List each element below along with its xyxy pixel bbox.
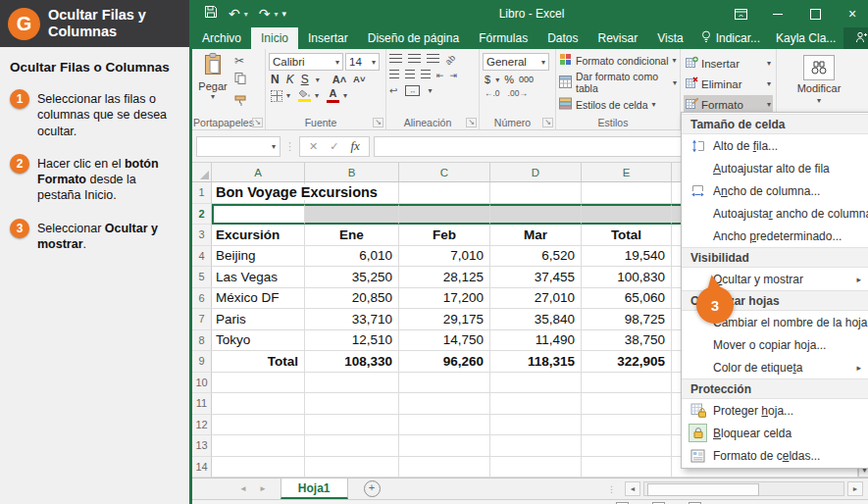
row-header-11[interactable]: 11 <box>192 393 212 415</box>
cell-A2[interactable] <box>212 204 305 226</box>
row-header-2[interactable]: 2 <box>192 204 212 226</box>
cell-C12[interactable] <box>399 415 490 436</box>
cell-E12[interactable] <box>582 415 672 436</box>
name-box[interactable]: ▾ <box>196 136 281 157</box>
cell-B4[interactable]: 6,010 <box>305 246 399 268</box>
column-header-B[interactable]: B <box>305 163 399 181</box>
cancel-formula-icon[interactable]: ✕ <box>309 140 318 153</box>
increase-decimal-icon[interactable]: ←.0 <box>485 88 500 98</box>
cell-styles-button[interactable]: Estilos de celda▾ <box>559 97 677 112</box>
cell-A8[interactable]: Tokyo <box>212 330 305 352</box>
cell-C6[interactable]: 17,200 <box>399 288 490 310</box>
cell-B9[interactable]: 108,330 <box>305 351 399 373</box>
menu-item[interactable]: Autoajustar ancho de columna <box>682 202 868 225</box>
cell-E14[interactable] <box>582 457 672 479</box>
modificar-button[interactable]: Modificar ▾ <box>780 53 858 105</box>
insert-cells-button[interactable]: Insertar▾ <box>684 54 773 73</box>
cell-B8[interactable]: 12,510 <box>305 330 399 352</box>
cell-A7[interactable]: Paris <box>212 309 305 330</box>
account-name[interactable]: Kayla Cla... <box>768 27 843 49</box>
row-header-7[interactable]: 7 <box>192 309 212 330</box>
tab-diseno-de-pagina[interactable]: Diseño de página <box>358 27 469 49</box>
percent-format-button[interactable]: % <box>504 74 514 85</box>
menu-item[interactable]: Mover o copiar hoja... <box>682 333 868 356</box>
customize-qat-icon[interactable]: ▾ <box>282 9 287 19</box>
currency-dropdown-icon[interactable]: ▾ <box>495 76 499 84</box>
underline-dropdown-icon[interactable]: ▾ <box>316 76 320 84</box>
delete-dropdown-icon[interactable]: ▾ <box>767 79 771 88</box>
row-header-9[interactable]: 9 <box>192 351 212 373</box>
tab-datos[interactable]: Datos <box>537 27 587 49</box>
cell-A1[interactable]: Bon Voyage Excursions <box>212 182 305 204</box>
column-header-D[interactable]: D <box>490 163 582 181</box>
cell-A11[interactable] <box>212 393 305 415</box>
cell-B10[interactable] <box>305 373 399 394</box>
cell-D14[interactable] <box>490 457 582 479</box>
row-header-8[interactable]: 8 <box>192 330 212 352</box>
cell-A13[interactable] <box>212 435 305 457</box>
decrease-indent-icon[interactable]: ⇤ <box>436 71 444 80</box>
undo-dropdown-icon[interactable]: ▾ <box>244 10 248 19</box>
cell-B6[interactable]: 20,850 <box>305 288 399 310</box>
menu-item[interactable]: Proteger hoja... <box>682 399 868 422</box>
format-as-table-button[interactable]: Dar formato como tabla▾ <box>559 71 677 94</box>
decrease-font-size-button[interactable]: A˅ <box>353 75 365 84</box>
tab-inicio[interactable]: Inicio <box>251 27 298 49</box>
cell-B13[interactable] <box>305 435 399 457</box>
cell-D1[interactable] <box>490 182 582 204</box>
currency-format-button[interactable]: $ <box>485 74 490 85</box>
merge-dropdown-icon[interactable]: ▾ <box>428 86 432 95</box>
tab-revisar[interactable]: Revisar <box>588 27 648 49</box>
cell-D7[interactable]: 35,840 <box>490 309 582 330</box>
menu-item[interactable]: Ancho de columna... <box>682 179 868 202</box>
cell-A14[interactable] <box>212 457 305 479</box>
share-button[interactable]: Compartir <box>843 27 868 49</box>
scroll-thumb[interactable] <box>647 483 759 496</box>
scroll-left-icon[interactable]: ◄ <box>625 481 640 496</box>
new-sheet-icon[interactable]: + <box>364 480 381 497</box>
alineacion-dialog-launcher-icon[interactable]: ↘ <box>466 118 477 127</box>
insert-dropdown-icon[interactable]: ▾ <box>767 59 771 68</box>
cell-C9[interactable]: 96,260 <box>399 351 490 373</box>
fill-color-button[interactable] <box>298 89 311 102</box>
cell-C11[interactable] <box>399 393 490 415</box>
cell-B11[interactable] <box>305 393 399 415</box>
cell-A12[interactable] <box>212 415 305 436</box>
cell-B2[interactable] <box>305 204 399 226</box>
increase-font-size-button[interactable]: A˄ <box>332 75 346 85</box>
row-header-5[interactable]: 5 <box>192 267 212 288</box>
redo-icon[interactable]: ↷ <box>259 7 271 21</box>
format-dropdown-icon[interactable]: ▾ <box>767 100 771 109</box>
undo-icon[interactable]: ↶ <box>229 7 240 21</box>
tab-vista[interactable]: Vista <box>647 27 692 49</box>
tab-formulas[interactable]: Fórmulas <box>469 27 537 49</box>
align-center-icon[interactable] <box>405 70 415 80</box>
row-header-10[interactable]: 10 <box>192 373 212 394</box>
tab-insertar[interactable]: Insertar <box>298 27 358 49</box>
cell-C3[interactable]: Feb <box>399 225 490 246</box>
menu-item[interactable]: Alto de fila... <box>682 134 868 157</box>
cell-E13[interactable] <box>582 435 672 457</box>
portapapeles-dialog-launcher-icon[interactable]: ↘ <box>252 118 263 127</box>
insert-function-icon[interactable]: fx <box>350 138 359 154</box>
font-name-combo[interactable]: Calibri▾ <box>269 53 343 71</box>
save-icon[interactable] <box>204 5 218 23</box>
ribbon-display-options-icon[interactable] <box>722 0 759 27</box>
cell-D2[interactable] <box>490 204 582 226</box>
row-header-3[interactable]: 3 <box>192 225 212 246</box>
cell-E3[interactable]: Total <box>582 225 672 246</box>
cell-C5[interactable]: 28,125 <box>399 267 490 288</box>
menu-item[interactable]: Formato de celdas... <box>682 444 868 467</box>
row-header-14[interactable]: 14 <box>192 457 212 479</box>
cell-C13[interactable] <box>399 435 490 457</box>
cell-C8[interactable]: 14,750 <box>399 330 490 352</box>
cell-D11[interactable] <box>490 393 582 415</box>
cell-A6[interactable]: México DF <box>212 288 305 310</box>
modificar-dropdown-icon[interactable]: ▾ <box>817 96 821 105</box>
menu-item[interactable]: Bloquear celda <box>682 422 868 444</box>
cell-D8[interactable]: 11,490 <box>490 330 582 352</box>
cell-A3[interactable]: Excursión <box>212 225 305 246</box>
cell-E11[interactable] <box>582 393 672 415</box>
cell-B14[interactable] <box>305 457 399 479</box>
menu-item[interactable]: Color de etiqueta▸ <box>682 356 868 378</box>
